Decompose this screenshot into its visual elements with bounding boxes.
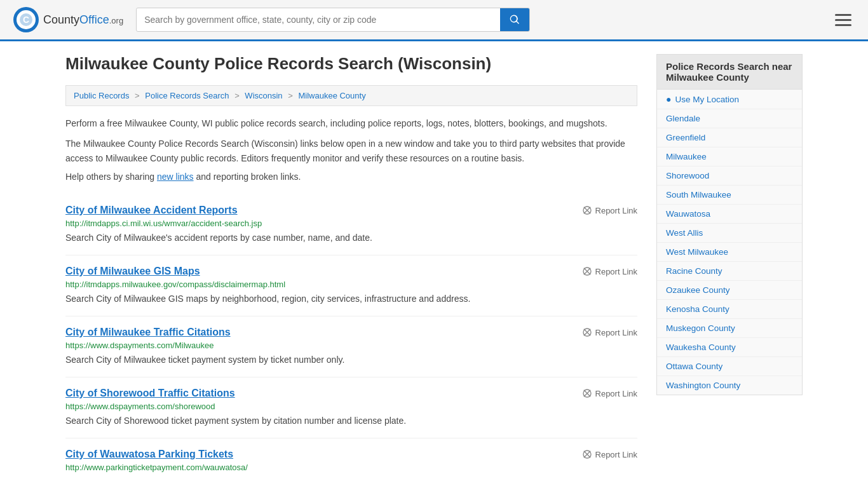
report-icon	[582, 205, 592, 215]
page-title: Milwaukee County Police Records Search (…	[65, 54, 637, 74]
result-title-2[interactable]: City of Milwaukee Traffic Citations	[65, 327, 231, 338]
use-location-item[interactable]: ● Use My Location	[657, 90, 802, 109]
search-input[interactable]	[137, 9, 500, 30]
sidebar-link-7[interactable]: West Milwaukee	[666, 247, 728, 257]
help-text-suffix: and reporting broken links.	[194, 172, 301, 182]
sidebar-link-0[interactable]: Glendale	[666, 114, 700, 123]
result-url-0[interactable]: http://itmdapps.ci.mil.wi.us/wmvar/accid…	[65, 219, 637, 228]
result-item: City of Shorewood Traffic Citations Repo…	[65, 377, 637, 438]
result-header: City of Milwaukee Traffic Citations Repo…	[65, 327, 637, 338]
sidebar-item-9[interactable]: Ozaukee County	[657, 281, 802, 300]
sidebar-link-12[interactable]: Waukesha County	[666, 342, 736, 352]
report-link-1[interactable]: Report Link	[582, 266, 637, 276]
report-icon	[582, 388, 592, 398]
site-header: C CountyOffice.org	[0, 0, 868, 41]
main-container: Milwaukee County Police Records Search (…	[53, 41, 815, 488]
breadcrumb-police-records[interactable]: Police Records Search	[145, 91, 229, 100]
search-icon	[509, 14, 520, 25]
sidebar-title: Police Records Search near Milwaukee Cou…	[657, 55, 802, 90]
sidebar-link-14[interactable]: Washington County	[666, 381, 740, 390]
search-button[interactable]	[500, 8, 529, 31]
sidebar-link-2[interactable]: Milwaukee	[666, 152, 707, 161]
result-header: City of Milwaukee GIS Maps Report Link	[65, 266, 637, 277]
search-bar	[136, 8, 530, 32]
sidebar-item-14[interactable]: Washington County	[657, 376, 802, 395]
result-item: City of Milwaukee Accident Reports Repor…	[65, 194, 637, 255]
sidebar-item-2[interactable]: Milwaukee	[657, 147, 802, 166]
result-desc-0: Search City of Milwaukee's accident repo…	[65, 231, 637, 245]
result-header: City of Shorewood Traffic Citations Repo…	[65, 388, 637, 399]
sidebar-item-8[interactable]: Racine County	[657, 262, 802, 281]
sidebar-item-12[interactable]: Waukesha County	[657, 338, 802, 357]
results-list: City of Milwaukee Accident Reports Repor…	[65, 194, 637, 485]
logo-link[interactable]: C CountyOffice.org	[13, 6, 123, 33]
location-icon: ●	[666, 94, 671, 104]
result-desc-1: Search City of Milwaukee GIS maps by nei…	[65, 292, 637, 306]
sidebar-item-13[interactable]: Ottawa County	[657, 357, 802, 376]
hamburger-line	[835, 24, 851, 26]
sidebar-item-6[interactable]: West Allis	[657, 224, 802, 243]
result-url-4[interactable]: http://www.parkingticketpayment.com/wauw…	[65, 463, 637, 472]
sidebar-link-3[interactable]: Shorewood	[666, 171, 709, 180]
report-link-3[interactable]: Report Link	[582, 388, 637, 398]
result-title-4[interactable]: City of Wauwatosa Parking Tickets	[65, 449, 233, 460]
sidebar-item-7[interactable]: West Milwaukee	[657, 243, 802, 262]
sidebar: Police Records Search near Milwaukee Cou…	[656, 54, 803, 485]
sidebar-item-4[interactable]: South Milwaukee	[657, 186, 802, 205]
hamburger-line	[835, 19, 851, 21]
report-link-0[interactable]: Report Link	[582, 205, 637, 215]
sidebar-item-0[interactable]: Glendale	[657, 109, 802, 128]
result-url-3[interactable]: https://www.dspayments.com/shorewood	[65, 402, 637, 411]
result-title-3[interactable]: City of Shorewood Traffic Citations	[65, 388, 235, 399]
result-header: City of Milwaukee Accident Reports Repor…	[65, 205, 637, 216]
result-desc-2: Search City of Milwaukee ticket payment …	[65, 353, 637, 367]
breadcrumb-sep: >	[288, 91, 293, 100]
hamburger-line	[835, 14, 851, 16]
breadcrumb-wisconsin[interactable]: Wisconsin	[245, 91, 282, 100]
report-icon	[582, 266, 592, 276]
sidebar-link-13[interactable]: Ottawa County	[666, 362, 722, 371]
sidebar-item-3[interactable]: Shorewood	[657, 166, 802, 186]
result-item: City of Wauwatosa Parking Tickets Report…	[65, 438, 637, 485]
report-icon	[582, 449, 592, 459]
breadcrumb-sep: >	[234, 91, 240, 100]
sidebar-item-1[interactable]: Greenfield	[657, 128, 802, 147]
breadcrumb-sep: >	[135, 91, 140, 100]
sidebar-link-8[interactable]: Racine County	[666, 266, 722, 276]
sidebar-item-11[interactable]: Muskegon County	[657, 319, 802, 338]
result-title-0[interactable]: City of Milwaukee Accident Reports	[65, 205, 238, 216]
sidebar-link-4[interactable]: South Milwaukee	[666, 190, 731, 200]
breadcrumb: Public Records > Police Records Search >…	[65, 85, 637, 106]
hamburger-button[interactable]	[831, 10, 855, 30]
sidebar-link-6[interactable]: West Allis	[666, 228, 703, 238]
result-url-1[interactable]: http://itmdapps.milwaukee.gov/compass/di…	[65, 280, 637, 289]
sidebar-link-10[interactable]: Kenosha County	[666, 304, 729, 314]
sidebar-item-10[interactable]: Kenosha County	[657, 300, 802, 319]
content-area: Milwaukee County Police Records Search (…	[65, 54, 637, 485]
description-1: Perform a free Milwaukee County, WI publ…	[65, 116, 637, 130]
result-title-1[interactable]: City of Milwaukee GIS Maps	[65, 266, 200, 277]
result-header: City of Wauwatosa Parking Tickets Report…	[65, 449, 637, 460]
new-links-link[interactable]: new links	[157, 172, 194, 182]
logo-text: CountyOffice.org	[43, 13, 123, 27]
sidebar-item-5[interactable]: Wauwatosa	[657, 205, 802, 224]
result-item: City of Milwaukee GIS Maps Report Link h…	[65, 255, 637, 316]
report-link-4[interactable]: Report Link	[582, 449, 637, 459]
sidebar-link-5[interactable]: Wauwatosa	[666, 209, 710, 219]
help-text: Help others by sharing new links and rep…	[65, 172, 637, 182]
help-text-prefix: Help others by sharing	[65, 172, 157, 182]
breadcrumb-public-records[interactable]: Public Records	[74, 91, 129, 100]
logo-icon: C	[13, 6, 39, 33]
report-link-2[interactable]: Report Link	[582, 327, 637, 337]
sidebar-link-1[interactable]: Greenfield	[666, 133, 705, 142]
result-desc-3: Search City of Shorewood ticket payment …	[65, 414, 637, 428]
result-item: City of Milwaukee Traffic Citations Repo…	[65, 316, 637, 377]
sidebar-link-9[interactable]: Ozaukee County	[666, 285, 730, 295]
use-location-label[interactable]: Use My Location	[675, 95, 739, 104]
description-2: The Milwaukee County Police Records Sear…	[65, 137, 637, 165]
sidebar-link-11[interactable]: Muskegon County	[666, 323, 735, 333]
report-icon	[582, 327, 592, 337]
result-url-2[interactable]: https://www.dspayments.com/Milwaukee	[65, 341, 637, 350]
sidebar-items-container: GlendaleGreenfieldMilwaukeeShorewoodSout…	[657, 109, 802, 395]
breadcrumb-milwaukee-county[interactable]: Milwaukee County	[298, 91, 365, 100]
